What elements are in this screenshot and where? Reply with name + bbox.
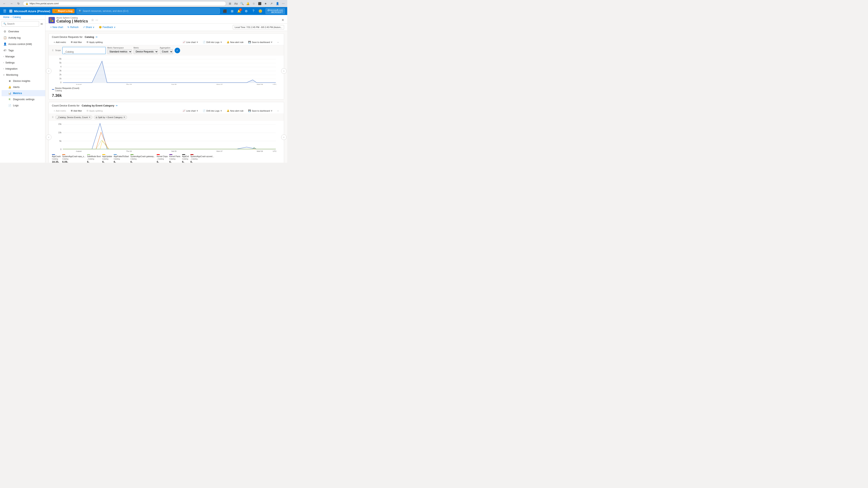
chart1-new-alert-button[interactable]: 🔔 New alert rule: [225, 40, 245, 44]
svg-text:Mon 07: Mon 07: [217, 150, 223, 152]
sidebar-item-iam[interactable]: 👤 Access control (IAM): [0, 41, 45, 47]
alerts-icon: 🔔: [8, 86, 11, 89]
chart2-nav-left[interactable]: ‹: [46, 134, 52, 140]
chart1-svg: 6k 5k 4 3k 2k 1k 0: [56, 57, 277, 85]
sidebar-item-device-insights[interactable]: 🖥 Device insights: [2, 78, 45, 84]
chart2-add-filter-button[interactable]: ⊞ Add filter: [69, 109, 84, 113]
back-button[interactable]: ←: [2, 1, 7, 6]
chart1-metric-select[interactable]: Device Requests: [133, 49, 158, 54]
chart2-edit-icon[interactable]: ✏: [116, 104, 118, 107]
favorite-button[interactable]: ☆: [91, 18, 94, 22]
logs-icon: 📄: [8, 104, 11, 107]
legend-color-4: [114, 154, 117, 155]
share-button[interactable]: ↗ Share ∨: [81, 25, 96, 30]
refresh-button[interactable]: ↻ Refresh: [66, 25, 80, 30]
chart1-confirm-button[interactable]: ✓: [175, 48, 180, 53]
browser-grid-icon[interactable]: ⊞: [228, 1, 232, 6]
split-pill-close[interactable]: ✕: [123, 116, 125, 119]
browser-fav-icon[interactable]: ★: [263, 1, 268, 6]
chart2-toolbar: + Add metric ⊞ Add filter ⊟ Apply splitt…: [49, 108, 284, 114]
browser-zoom-icon[interactable]: 🔍: [240, 1, 244, 6]
browser-sidebar-icon[interactable]: ⬛: [257, 1, 262, 6]
chart1-add-metric-button[interactable]: + Add metric: [52, 40, 68, 44]
sidebar-item-tags[interactable]: 🏷 Tags: [0, 47, 45, 54]
chart2-line-chart-button[interactable]: 📈 Line chart ∨: [181, 109, 200, 113]
svg-rect-3: [52, 20, 53, 22]
global-search-input[interactable]: [83, 10, 218, 12]
breadcrumb-home[interactable]: Home: [3, 16, 9, 19]
chart2-drag-handle[interactable]: ⠿: [52, 116, 54, 119]
chart1-namespace-select[interactable]: Standard metrics: [107, 49, 132, 54]
sidebar-item-diagnostic-settings[interactable]: 🛠 Diagnostic settings: [2, 96, 45, 102]
chart1-nav-right[interactable]: ›: [281, 68, 287, 74]
browser-notif-icon[interactable]: 🔔: [245, 1, 250, 6]
browser-accounts-icon[interactable]: 👤: [275, 1, 280, 6]
chart2-add-metric-button[interactable]: + Add metric: [52, 109, 68, 113]
metric-pill-close[interactable]: ✕: [89, 116, 91, 119]
sidebar: Home › Catalog 🔍 ≪ ⊙ Overview 📋 Activity…: [0, 15, 45, 163]
time-range-button[interactable]: Local Time: 7/31 2:45 PM - 8/9 2:45 PM (…: [233, 25, 284, 29]
sidebar-search-icon: 🔍: [3, 23, 6, 25]
refresh-browser-button[interactable]: ↻: [16, 1, 21, 6]
sidebar-search-input[interactable]: [7, 23, 37, 25]
feedback-button[interactable]: 😊 Feedback ∨: [97, 25, 117, 30]
chart2-split-pill[interactable]: ⊟ Split by = Event Category ✕: [94, 115, 127, 119]
browser-read-icon[interactable]: Aa: [234, 1, 238, 6]
new-chart-button[interactable]: + New chart: [49, 25, 65, 30]
drag-handle-icon[interactable]: ⠿: [52, 49, 54, 52]
chart1-scope-input[interactable]: _Catalog: [62, 47, 105, 54]
sidebar-item-logs[interactable]: 📄 Logs: [2, 102, 45, 108]
sidebar-item-alerts[interactable]: 🔔 Alerts: [2, 84, 45, 90]
notifications-icon[interactable]: 🔔 1: [236, 8, 242, 14]
sidebar-item-manage[interactable]: › Manage: [0, 54, 45, 60]
new-chart-icon: +: [50, 26, 52, 29]
forward-button[interactable]: →: [9, 1, 14, 6]
legend-item-2: SafeMode Boot _Catalog 6k: [87, 154, 101, 163]
chart1-line-chart-button[interactable]: 📈 Line chart ∨: [181, 40, 200, 44]
sidebar-item-overview[interactable]: ⊙ Overview: [0, 28, 45, 34]
chart1-aggregation-select[interactable]: Count: [160, 49, 173, 54]
breadcrumb-catalog[interactable]: Catalog: [12, 16, 21, 19]
chart2-nav-right[interactable]: ›: [281, 134, 287, 140]
sidebar-item-settings[interactable]: › Settings: [0, 60, 45, 66]
portal-menu-icon[interactable]: ⊞: [229, 8, 235, 14]
chart2-new-alert-button[interactable]: 🔔 New alert rule: [225, 109, 245, 113]
chart1-edit-icon[interactable]: ✏: [96, 36, 98, 38]
chart1-apply-splitting-button[interactable]: ⊟ Apply splitting: [85, 40, 104, 44]
page-close-button[interactable]: ✕: [281, 18, 284, 22]
sidebar-collapse-button[interactable]: ≪: [40, 22, 43, 26]
hamburger-menu[interactable]: ☰: [2, 8, 7, 14]
manage-expand-icon: ›: [3, 56, 4, 58]
sidebar-item-metrics[interactable]: 📊 Metrics: [2, 90, 45, 96]
chart2-more-button[interactable]: ···: [275, 109, 281, 113]
svg-text:August: August: [76, 84, 82, 85]
browser-bookmark-icon[interactable]: ☆: [251, 1, 256, 6]
cloud-shell-icon[interactable]: ⬛: [222, 8, 228, 14]
sidebar-item-activity-log[interactable]: 📋 Activity log: [0, 34, 45, 41]
global-search-bar[interactable]: 🔍: [76, 8, 220, 14]
address-bar[interactable]: 🔒 https://ms.portal.azure.com/: [23, 1, 226, 6]
legend-color-0: [52, 154, 55, 155]
sidebar-search-box[interactable]: 🔍: [2, 21, 39, 27]
user-profile[interactable]: @microsoft.com MICROSOFT: [266, 8, 285, 14]
chart1-drill-logs-button[interactable]: 📄 Drill into Logs ∨: [201, 40, 224, 44]
chart1-more-button[interactable]: ···: [275, 40, 281, 44]
chart2-apply-splitting-button[interactable]: ⊟ Apply splitting: [85, 109, 104, 113]
chart2-metric-pill[interactable]: _Catalog. Device Events, Count ✕: [55, 115, 92, 119]
chart1-save-dashboard-button[interactable]: 💾 Save to dashboard ∨: [246, 40, 274, 44]
more-options-button[interactable]: ···: [95, 18, 98, 22]
chart2-drill-logs-button[interactable]: 📄 Drill into Logs ∨: [201, 109, 224, 113]
settings-icon[interactable]: ⚙: [243, 8, 249, 14]
chart1-add-filter-button[interactable]: ⊞ Add filter: [69, 40, 84, 44]
report-bug-button[interactable]: 🐛 Report a bug: [52, 9, 74, 13]
sidebar-item-integration[interactable]: › Integration: [0, 66, 45, 72]
help-icon[interactable]: ?: [250, 8, 256, 14]
browser-share-icon[interactable]: ↗: [269, 1, 274, 6]
chart1-nav-left[interactable]: ‹: [46, 68, 52, 74]
chart2-save-dashboard-button[interactable]: 💾 Save to dashboard ∨: [246, 109, 274, 113]
chart2-alert-icon: 🔔: [227, 109, 229, 112]
feedback-nav-icon[interactable]: 😊: [257, 8, 264, 14]
browser-menu-icon[interactable]: ⋯: [281, 1, 286, 6]
chart2-title: Count Device Events for Catalog by Event…: [52, 104, 114, 107]
sidebar-item-monitoring[interactable]: ∨ Monitoring: [0, 72, 45, 78]
